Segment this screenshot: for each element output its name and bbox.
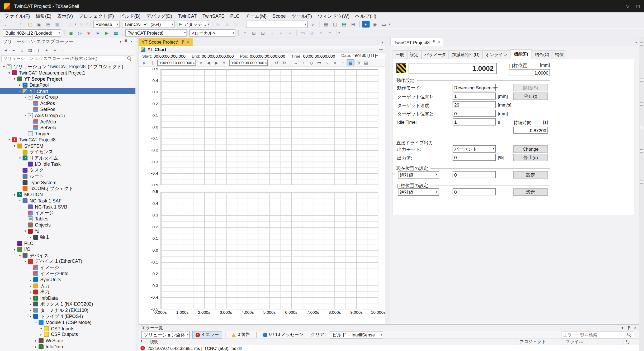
expanded-arrow-icon[interactable]: ▾ [23, 260, 27, 264]
motion-mode-combo[interactable]: Reversing Sequence▾ [453, 84, 496, 91]
twincat-gear-icon[interactable]: ∗ [362, 21, 370, 27]
collapsed-arrow-icon[interactable]: ▸ [28, 302, 33, 306]
expanded-arrow-icon[interactable]: ▾ [34, 321, 38, 324]
spinner-icon[interactable]: ▴▾ [193, 61, 195, 64]
choose-target-icon[interactable]: ◎ [75, 29, 84, 36]
tree-item[interactable]: ▾デバイス [0, 252, 136, 258]
set-target-value-input[interactable] [453, 188, 496, 195]
menu-item[interactable]: ファイル(F) [2, 12, 33, 19]
back-icon[interactable]: ◂ [2, 47, 10, 53]
tab-twincat-project8[interactable]: TwinCAT Project8 × [390, 38, 444, 46]
tree-item[interactable]: ▸出力 [0, 289, 136, 295]
list-icon[interactable]: ≡ [241, 29, 249, 36]
tree-item[interactable]: ▾NC-Task 1 SAF [0, 198, 136, 204]
collapsed-panel-icon[interactable] [640, 149, 643, 153]
tree-item[interactable]: ▾TwinCAT Measurement Project1 [0, 70, 136, 76]
sync-with-active-document-icon[interactable]: ◫ [35, 47, 42, 53]
sync-icon[interactable]: ↔ [268, 29, 276, 36]
tree-item[interactable]: ▾Module 1 (CSP Mode) [0, 319, 136, 325]
restart-icon[interactable]: ↻ [232, 21, 240, 28]
attach-button[interactable]: ▶アタッチ...▾ [177, 21, 209, 28]
nc-tab[interactable]: パラメータ [422, 50, 449, 59]
menu-item[interactable]: ツール(T) [289, 12, 315, 19]
output-value-input[interactable] [453, 154, 496, 161]
set-actual-button[interactable]: 設定 [513, 171, 548, 178]
tree-item[interactable]: ▾YT Scope Project [0, 76, 136, 82]
target-pos2-input[interactable] [453, 110, 496, 117]
window-controls-icon[interactable]: ⊡ [636, 3, 640, 9]
step-forward-icon[interactable]: ▸ [277, 29, 285, 36]
step-back-icon[interactable]: ◂ [286, 29, 294, 36]
tree-item[interactable]: ▸WcState [0, 338, 136, 344]
forward-icon[interactable]: ▸ [10, 47, 18, 53]
show-realtime-ethernet-icon[interactable]: ▦ [112, 29, 120, 36]
toolbox-icon[interactable]: ▤ [340, 21, 348, 28]
collapsed-panel-icon[interactable] [640, 102, 643, 105]
close-icon[interactable]: × [187, 40, 189, 44]
redo-zoom-icon[interactable]: ↻ [281, 60, 288, 66]
stop-output-button[interactable]: 停止(o) [513, 154, 548, 161]
tree-item[interactable]: ▾∗TwinCAT Project8 [0, 137, 136, 143]
pin-icon[interactable] [124, 39, 127, 44]
tree-item[interactable]: Trigger [0, 131, 136, 137]
expanded-arrow-icon[interactable]: ▾ [12, 144, 17, 148]
collapsed-arrow-icon[interactable]: ▸ [39, 333, 44, 336]
build-version-combo[interactable]: Build 4024.12 (Loaded)▾ [3, 29, 61, 36]
pin-icon[interactable] [627, 326, 630, 330]
step-forward-icon[interactable]: ▶ [213, 60, 220, 66]
zoom-box-icon[interactable]: ▭ [316, 60, 323, 66]
tab-scroll-chevron[interactable]: ▾ [635, 41, 639, 46]
collapsed-panel-icon[interactable] [640, 126, 643, 129]
scope-tool-icon[interactable]: ◉ [371, 21, 379, 28]
cursor-tool-icon[interactable]: ∿ [324, 60, 330, 66]
menu-item[interactable]: チーム(M) [242, 12, 269, 19]
tree-item[interactable]: ▾デバイス 1 (EtherCAT) [0, 258, 136, 265]
navigate-back-icon[interactable]: ← [2, 21, 10, 28]
tree-item[interactable]: ▾YT Chart [0, 88, 136, 94]
new-project-icon[interactable]: ▢ [26, 21, 34, 28]
tree-item[interactable]: I/O Idle Task [0, 161, 136, 167]
tree-item[interactable]: ▾▤ソリューション 'TwinCAT Project8' (2 プロジェクト) [0, 64, 136, 70]
tree-item[interactable]: ▾∿Axis Group [0, 94, 136, 100]
tree-item[interactable]: ▾∿MOTION [0, 192, 136, 198]
target-system-combo[interactable]: <ローカル>▾ [189, 29, 235, 36]
window-layout-icon[interactable]: ▭ [380, 21, 388, 28]
error-row[interactable]: ×2021/07/02 6:42:32.851 ms | 'TCNC' (500… [138, 345, 639, 351]
tree-item[interactable]: ▸ターミナル 2 (EK1100) [0, 307, 136, 313]
tree-item[interactable]: ルート [0, 173, 136, 179]
configuration-combo[interactable]: Release▾ [93, 21, 120, 28]
navigate-forward-icon[interactable]: → [11, 21, 19, 28]
output-mode-combo[interactable]: パーセント▾ [453, 145, 496, 153]
collapsed-panel-icon[interactable] [640, 78, 643, 82]
expanded-arrow-icon[interactable]: ▾ [23, 95, 27, 99]
menu-item[interactable]: ウィンドウ(W) [315, 12, 352, 19]
options-icon[interactable]: ≡ [326, 29, 334, 36]
error-search-box[interactable] [561, 331, 634, 338]
navigation-dropdown-chevron[interactable]: ▾ [20, 23, 21, 26]
twincat-config-mode-icon[interactable]: ∗ [85, 29, 93, 36]
start-debug-icon[interactable]: ▶ [214, 21, 222, 28]
document-splitter[interactable] [385, 38, 390, 324]
tree-item[interactable]: ▦Tables [0, 216, 136, 222]
reload-devices-icon[interactable]: ▣ [67, 29, 75, 36]
toolbar2-overflow-chevron[interactable]: ▾ [338, 31, 340, 34]
tree-item[interactable]: ▾∿Axis Group (1) [0, 112, 136, 118]
redo-dropdown-chevron[interactable]: ▾ [86, 23, 88, 26]
tree-item[interactable]: ▸▤DataPool [0, 82, 136, 88]
tree-item[interactable]: ActPos [0, 100, 136, 106]
error-source-combo[interactable]: ビルド + IntelliSense▾ [330, 331, 383, 339]
add-item-icon[interactable]: ⊞ [250, 29, 258, 36]
warnings-filter-button[interactable]: 0 警告 [228, 331, 253, 339]
set-actual-mode-combo[interactable]: 絶対値▾ [398, 171, 439, 178]
collapsed-arrow-icon[interactable]: ▸ [28, 296, 33, 300]
tree-item[interactable]: ▸SyncUnits [0, 277, 136, 283]
chevron-down-icon[interactable]: ▾ [120, 39, 121, 44]
jump-end-icon[interactable]: » [221, 60, 228, 66]
close-icon[interactable]: × [130, 39, 132, 44]
collapsed-arrow-icon[interactable]: ▸ [28, 278, 33, 282]
menu-item[interactable]: プロジェクト(P) [76, 12, 117, 19]
error-column-header[interactable]: 説明 [148, 339, 517, 345]
nc-tab[interactable]: 加減速特性(D) [449, 50, 482, 59]
pan-y-icon[interactable]: ↕ [300, 60, 307, 66]
toolbar-overflow-chevron[interactable]: ▾ [389, 23, 390, 26]
